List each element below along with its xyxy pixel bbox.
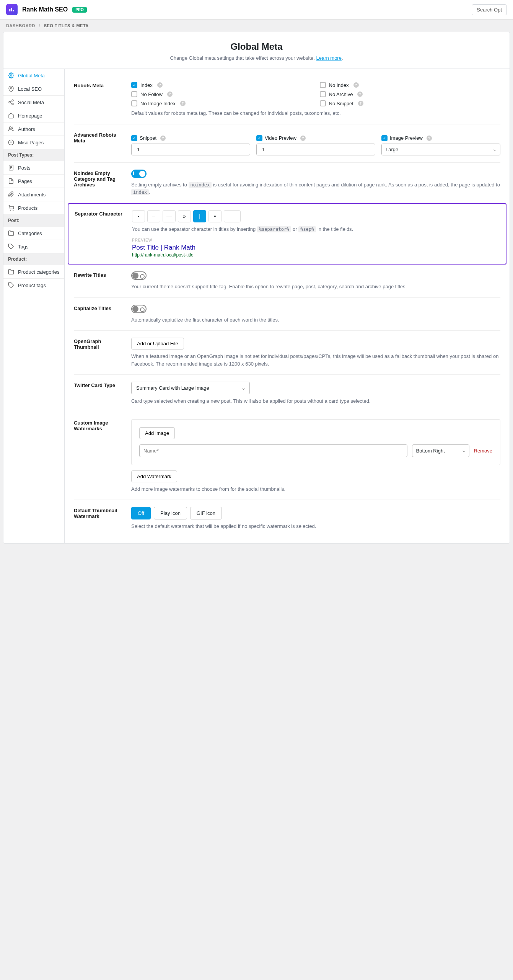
sidebar-item-social-meta[interactable]: Social Meta <box>3 96 64 109</box>
svg-point-16 <box>13 210 13 210</box>
sidebar-item-tags[interactable]: Tags <box>3 240 64 253</box>
rewrite-titles-toggle[interactable] <box>131 271 147 280</box>
home-icon <box>8 113 14 119</box>
list-icon <box>8 139 14 145</box>
sidebar-item-authors[interactable]: Authors <box>3 122 64 136</box>
noindex-empty-label: Noindex Empty Category and Tag Archives <box>74 170 124 196</box>
snippet-input[interactable] <box>131 144 250 155</box>
chevron-down-icon: ⌵ <box>242 385 245 391</box>
robots-meta-label: Robots Meta <box>74 82 124 117</box>
sidebar-item-attachments[interactable]: Attachments <box>3 188 64 201</box>
help-icon[interactable]: ? <box>167 91 173 97</box>
help-icon[interactable]: ? <box>300 136 306 141</box>
help-icon[interactable]: ? <box>427 136 432 141</box>
rewrite-titles-label: Rewrite Titles <box>74 271 124 291</box>
help-icon[interactable]: ? <box>353 82 359 88</box>
image-preview-select[interactable]: Large⌵ <box>381 144 500 155</box>
preview-label: PREVIEW <box>132 238 500 242</box>
pin-icon <box>8 86 14 92</box>
breadcrumb-current: SEO TITLES & META <box>44 23 89 28</box>
chk-no-snippet[interactable]: No Snippet? <box>320 100 501 106</box>
help-icon[interactable]: ? <box>160 136 166 141</box>
sidebar-heading-product: Product: <box>3 253 64 265</box>
svg-point-15 <box>10 210 10 210</box>
sidebar-item-homepage[interactable]: Homepage <box>3 109 64 122</box>
search-options-button[interactable]: Search Opt <box>472 4 507 15</box>
learn-more-link[interactable]: Learn more <box>316 55 341 61</box>
sep-hyphen[interactable]: - <box>132 210 145 222</box>
help-icon[interactable]: ? <box>180 101 186 106</box>
sep-pipe[interactable]: | <box>193 210 206 222</box>
sep-bullet[interactable]: • <box>208 210 221 222</box>
sidebar-item-products[interactable]: Products <box>3 201 64 215</box>
og-thumbnail-label: OpenGraph Thumbnail <box>74 338 124 368</box>
sidebar-item-product-categories[interactable]: Product categories <box>3 265 64 279</box>
preview-title: Post Title | Rank Math <box>132 244 500 252</box>
capitalize-titles-label: Capitalize Titles <box>74 305 124 324</box>
chevron-down-icon: ⌵ <box>493 147 496 152</box>
watermark-name-input[interactable] <box>139 444 407 457</box>
svg-point-0 <box>10 75 12 76</box>
separator-label: Separator Character <box>75 210 124 258</box>
document-icon <box>8 165 14 171</box>
twitter-card-select[interactable]: Summary Card with Large Image⌵ <box>131 382 250 394</box>
help-icon[interactable]: ? <box>157 82 163 88</box>
remove-watermark-link[interactable]: Remove <box>474 448 492 454</box>
svg-line-6 <box>10 101 12 102</box>
chk-no-index[interactable]: No Index? <box>320 82 501 88</box>
video-preview-input[interactable] <box>256 144 375 155</box>
default-watermark-label: Default Thumbnail Watermark <box>74 507 124 530</box>
cart-icon <box>8 205 14 211</box>
share-icon <box>8 99 14 105</box>
paperclip-icon <box>8 191 14 198</box>
adv-robots-label: Advanced Robots Meta <box>74 131 124 155</box>
sidebar-item-pages[interactable]: Pages <box>3 175 64 188</box>
sidebar-item-categories[interactable]: Categories <box>3 227 64 240</box>
sidebar-heading-post-types: Post Types: <box>3 149 64 161</box>
svg-point-2 <box>12 100 13 101</box>
watermark-play-button[interactable]: Play icon <box>154 507 187 519</box>
breadcrumb-dashboard[interactable]: DASHBOARD <box>6 23 35 28</box>
sidebar-item-local-seo[interactable]: Local SEO <box>3 82 64 96</box>
app-logo <box>6 4 18 15</box>
page-subtitle: Change Global meta settings that take ef… <box>11 55 502 61</box>
watermark-gif-button[interactable]: GIF icon <box>190 507 222 519</box>
folder-icon <box>8 269 14 275</box>
sidebar-item-global-meta[interactable]: Global Meta <box>3 69 64 82</box>
add-upload-file-button[interactable]: Add or Upload File <box>131 338 184 350</box>
app-title: Rank Math SEO <box>22 6 68 13</box>
page-icon <box>8 178 14 184</box>
tag-icon <box>8 243 14 250</box>
add-watermark-button[interactable]: Add Watermark <box>131 470 177 482</box>
pro-badge: PRO <box>72 7 87 13</box>
chk-no-follow[interactable]: No Follow? <box>131 91 312 97</box>
chk-no-archive[interactable]: No Archive? <box>320 91 501 97</box>
sep-emdash[interactable]: — <box>163 210 176 222</box>
watermark-off-button[interactable]: Off <box>131 507 151 519</box>
tag-icon <box>8 282 14 288</box>
svg-point-1 <box>10 88 12 89</box>
help-icon[interactable]: ? <box>357 91 363 97</box>
sidebar-item-product-tags[interactable]: Product tags <box>3 279 64 292</box>
capitalize-titles-toggle[interactable] <box>131 305 147 313</box>
chk-index[interactable]: ✓Index? <box>131 82 312 88</box>
sep-raquo[interactable]: » <box>178 210 191 222</box>
chk-video-preview[interactable]: ✓Video Preview? <box>256 135 375 141</box>
sidebar-item-misc-pages[interactable]: Misc Pages <box>3 136 64 149</box>
breadcrumb: DASHBOARD / SEO TITLES & META <box>0 20 513 32</box>
chk-no-image-index[interactable]: No Image Index? <box>131 100 312 106</box>
svg-point-3 <box>9 101 10 103</box>
chk-snippet[interactable]: ✓Snippet? <box>131 135 250 141</box>
help-icon[interactable]: ? <box>358 101 363 106</box>
noindex-empty-toggle[interactable] <box>131 170 147 178</box>
watermarks-label: Custom Image Watermarks <box>74 419 124 493</box>
sep-endash[interactable]: – <box>147 210 160 222</box>
sidebar-item-posts[interactable]: Posts <box>3 161 64 175</box>
users-icon <box>8 126 14 132</box>
chk-image-preview[interactable]: ✓Image Preview? <box>381 135 500 141</box>
sep-custom[interactable] <box>224 210 241 222</box>
sidebar-heading-post: Post: <box>3 215 64 227</box>
gear-icon <box>8 72 14 78</box>
add-image-button[interactable]: Add Image <box>139 427 175 439</box>
watermark-position-select[interactable]: Bottom Right⌵ <box>412 444 469 457</box>
